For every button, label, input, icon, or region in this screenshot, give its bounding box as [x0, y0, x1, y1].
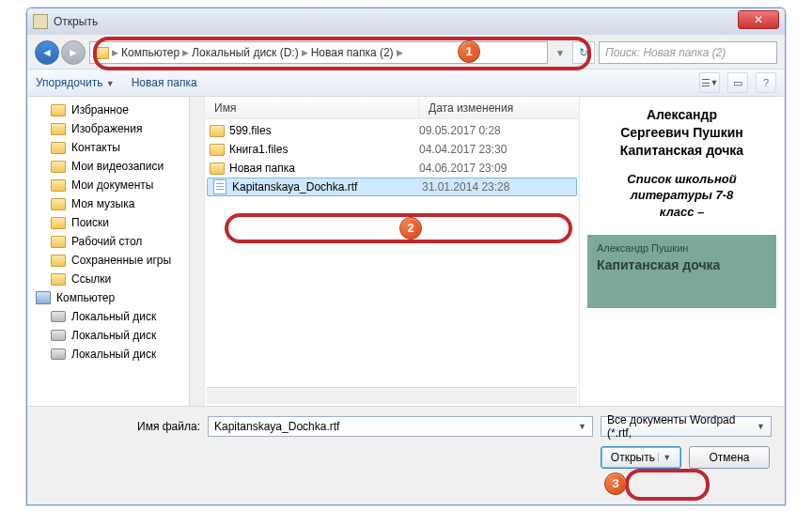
sidebar-computer[interactable]: Компьютер [28, 288, 204, 307]
chevron-down-icon: ▼ [658, 453, 671, 462]
forward-button[interactable]: ► [61, 40, 86, 65]
col-date[interactable]: Дата изменения [419, 97, 579, 118]
chevron-down-icon: ▼ [757, 422, 765, 431]
file-pane: Имя Дата изменения 599.files 09.05.2017 … [205, 97, 579, 406]
close-button[interactable]: ✕ [738, 10, 779, 29]
file-hscrollbar[interactable] [207, 387, 577, 404]
breadcrumb-segment[interactable]: Новая папка (2) [311, 46, 394, 59]
folder-icon [51, 273, 66, 286]
refresh-button[interactable]: ↻ [572, 41, 595, 64]
chevron-right-icon: ▶ [397, 48, 403, 57]
filename-input[interactable]: Kapitanskaya_Dochka.rtf▼ [208, 416, 593, 437]
sidebar-item[interactable]: Изображения [28, 119, 204, 138]
folder-icon [94, 47, 109, 59]
chevron-right-icon: ▶ [112, 48, 118, 57]
folder-icon [51, 179, 66, 192]
chevron-down-icon: ▼ [578, 422, 586, 431]
chevron-right-icon: ▶ [182, 48, 189, 57]
titlebar: Открыть ✕ [27, 8, 785, 35]
sidebar-item[interactable]: Ссылки [28, 270, 204, 288]
file-row[interactable]: Новая папка 04.06.2017 23:09 [205, 159, 579, 178]
folder-icon [51, 198, 66, 210]
view-button[interactable]: ☰ ▼ [699, 72, 720, 93]
open-dialog: Открыть ✕ ◄ ► ▶ Компьютер ▶ Локальный ди… [26, 8, 786, 505]
address-dropdown[interactable]: ▼ [552, 42, 569, 63]
annotation-badge: 1 [458, 40, 480, 63]
back-button[interactable]: ◄ [35, 40, 59, 65]
folder-icon [51, 217, 66, 229]
cancel-button[interactable]: Отмена [689, 446, 770, 469]
sidebar-item[interactable]: Моя музыка [28, 194, 204, 213]
folder-icon [51, 236, 66, 248]
disk-icon [51, 330, 66, 341]
preview-title: Александр Сергеевич Пушкин Капитанская д… [587, 106, 776, 160]
preview-button[interactable]: ▭ [727, 72, 748, 93]
disk-icon [51, 311, 66, 322]
folder-icon [51, 142, 66, 154]
sidebar-item[interactable]: Поиски [28, 213, 204, 232]
sidebar-item[interactable]: Контакты [28, 138, 204, 157]
col-name[interactable]: Имя [205, 97, 419, 118]
new-folder-button[interactable]: Новая папка [132, 76, 197, 89]
search-input[interactable]: Поиск: Новая папка (2) [599, 41, 777, 64]
open-button[interactable]: Открыть ▼ [601, 446, 681, 469]
disk-icon [51, 348, 66, 360]
breadcrumb-segment[interactable]: Локальный диск (D:) [192, 46, 299, 59]
file-row[interactable]: 599.files 09.05.2017 0:28 [205, 121, 579, 140]
folder-icon [51, 123, 66, 135]
file-list: 599.files 09.05.2017 0:28 Книга1.files 0… [205, 119, 579, 387]
file-row[interactable]: Книга1.files 04.04.2017 23:30 [205, 140, 579, 159]
sidebar-scrollbar[interactable] [189, 97, 204, 406]
preview-cover: Александр Пушкин Капитанская дочка [587, 235, 776, 308]
help-button[interactable]: ? [756, 72, 776, 93]
sidebar-disk[interactable]: Локальный диск [28, 307, 204, 326]
bottom-panel: Имя файла: Kapitanskaya_Dochka.rtf▼ Все … [27, 407, 785, 478]
app-icon [33, 14, 48, 29]
folder-icon [51, 255, 66, 267]
sidebar-item[interactable]: Рабочий стол [28, 232, 204, 251]
sidebar: Избранное Изображения Контакты Мои видео… [28, 97, 205, 406]
sidebar-item[interactable]: Сохраненные игры [28, 251, 204, 270]
sidebar-disk[interactable]: Локальный диск [28, 326, 204, 345]
annotation-badge: 3 [604, 472, 627, 495]
folder-icon [210, 163, 225, 175]
folder-icon [51, 161, 66, 173]
breadcrumb-segment[interactable]: Компьютер [121, 46, 180, 59]
window-title: Открыть [54, 15, 98, 28]
main-area: Избранное Изображения Контакты Мои видео… [28, 97, 784, 407]
sidebar-disk[interactable]: Локальный диск [28, 345, 204, 364]
folder-icon [210, 125, 225, 137]
chevron-right-icon: ▶ [302, 48, 308, 57]
sidebar-item[interactable]: Избранное [28, 101, 204, 119]
annotation-badge: 2 [399, 217, 422, 240]
rtf-icon [213, 179, 226, 194]
folder-icon [51, 104, 66, 116]
computer-icon [36, 291, 51, 304]
filetype-filter[interactable]: Все документы Wordpad (*.rtf,▼ [601, 416, 772, 437]
filename-label: Имя файла: [40, 420, 200, 433]
folder-icon [210, 144, 225, 156]
toolbar: Упорядочить ▼ Новая папка ☰ ▼ ▭ ? [28, 69, 784, 97]
nav-row: ◄ ► ▶ Компьютер ▶ Локальный диск (D:) ▶ … [35, 39, 777, 67]
organize-menu[interactable]: Упорядочить ▼ [36, 76, 115, 89]
sidebar-item[interactable]: Мои видеозаписи [28, 157, 204, 176]
preview-subtitle: Список школьной литературы 7-8 класс – [587, 171, 776, 221]
preview-pane: Александр Сергеевич Пушкин Капитанская д… [579, 97, 784, 406]
file-header: Имя Дата изменения [205, 97, 579, 119]
search-placeholder: Поиск: Новая папка (2) [605, 46, 726, 59]
file-row-selected[interactable]: Kapitanskaya_Dochka.rtf 31.01.2014 23:28 [207, 178, 577, 196]
sidebar-item[interactable]: Мои документы [28, 176, 204, 194]
